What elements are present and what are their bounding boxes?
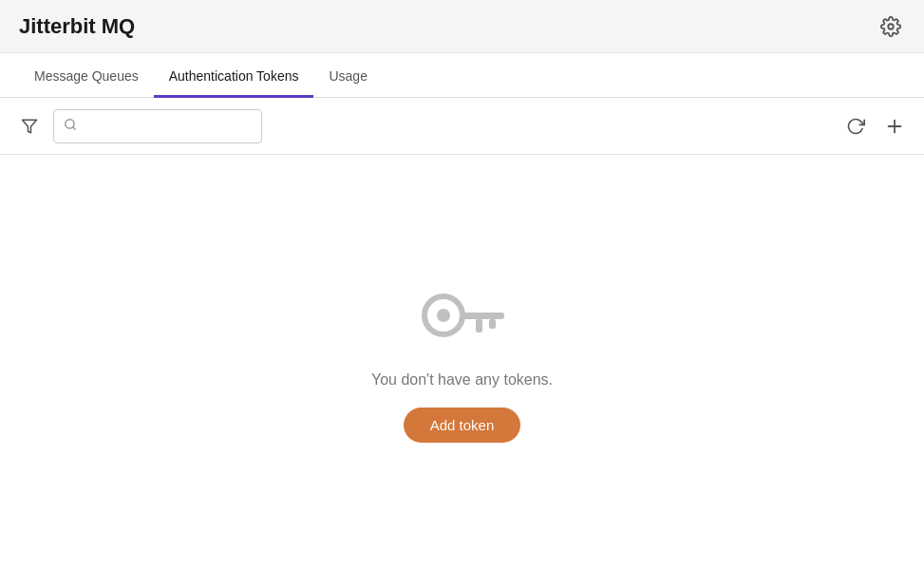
app-header: Jitterbit MQ [0, 0, 924, 52]
app-title: Jitterbit MQ [19, 14, 135, 39]
toolbar [0, 98, 924, 155]
search-icon [64, 118, 77, 134]
empty-state-icon [415, 282, 510, 352]
tab-authentication-tokens[interactable]: Authentication Tokens [154, 57, 314, 98]
svg-rect-8 [489, 319, 496, 329]
add-token-button[interactable]: Add token [404, 408, 521, 443]
tab-usage[interactable]: Usage [313, 57, 382, 98]
toolbar-left [15, 109, 262, 143]
main-content: You don't have any tokens. Add token [0, 155, 924, 569]
tab-message-queues[interactable]: Message Queues [19, 57, 154, 98]
search-input[interactable] [83, 119, 252, 134]
svg-rect-9 [476, 319, 482, 332]
filter-button[interactable] [15, 114, 44, 139]
refresh-icon [846, 117, 865, 136]
svg-line-3 [73, 127, 76, 130]
svg-marker-1 [23, 120, 37, 133]
svg-point-10 [437, 309, 450, 322]
svg-rect-7 [461, 313, 504, 319]
gear-icon [880, 16, 901, 37]
tabs-bar: Message Queues Authentication Tokens Usa… [0, 52, 924, 98]
refresh-button[interactable] [842, 113, 869, 140]
svg-point-0 [888, 24, 894, 29]
settings-button[interactable] [877, 12, 905, 41]
add-button[interactable] [880, 112, 909, 141]
filter-icon [21, 118, 38, 135]
plus-icon [884, 116, 905, 137]
toolbar-right [842, 112, 909, 141]
search-wrapper [53, 109, 262, 143]
key-icon [415, 282, 510, 349]
empty-message: You don't have any tokens. [371, 371, 553, 389]
